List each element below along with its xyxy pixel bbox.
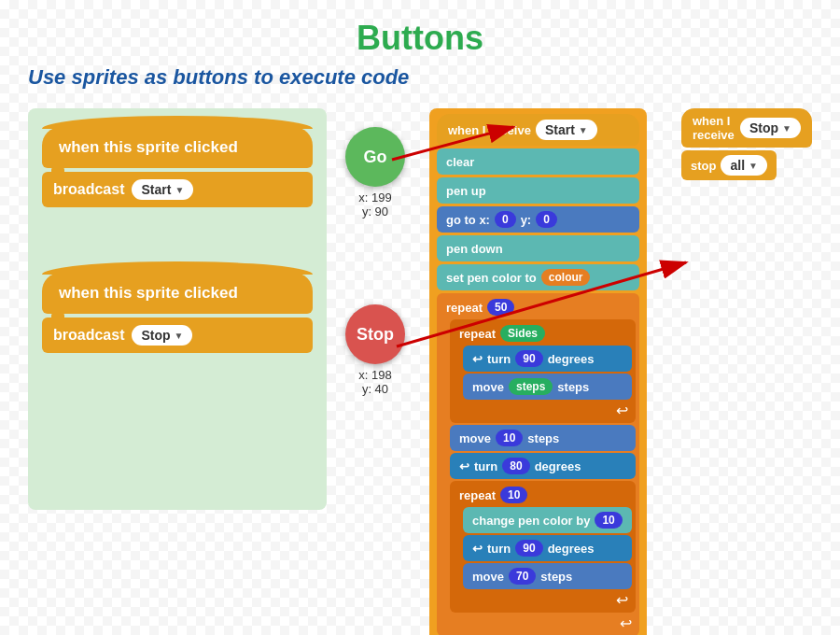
pen-up-block: pen up xyxy=(437,177,639,204)
change-pen-color-value: 10 xyxy=(595,512,622,529)
stop-block-group: when this sprite clicked broadcast Stop … xyxy=(42,273,313,353)
move-70-steps: steps xyxy=(540,570,572,584)
goto-y-label: y: xyxy=(521,213,532,227)
repeat-10-label: repeat 10 xyxy=(454,485,632,505)
move-10-block: move 10 steps xyxy=(450,425,636,451)
stop-sprite-circle[interactable]: Stop xyxy=(345,304,405,364)
turn-icon3: ↩ xyxy=(472,542,483,556)
move-steps-label2: steps xyxy=(557,380,589,394)
receive-stop-hat: when I receive Stop ▼ xyxy=(681,108,812,148)
code-blocks-panel: when I receive Start ▼ clear pen up go t… xyxy=(429,108,647,635)
move-70-value: 70 xyxy=(509,568,536,585)
page-subtitle: Use sprites as buttons to execute code xyxy=(28,65,812,90)
go-sprite-coords: x: 199y: 90 xyxy=(358,190,391,219)
page-title: Buttons xyxy=(28,19,812,58)
repeat-50-wrapper: repeat 50 repeat Sides ↩ xyxy=(437,293,639,635)
pen-color-value: colour xyxy=(541,269,591,286)
move-70-label: move xyxy=(472,570,504,584)
go-block-group: when this sprite clicked broadcast Start… xyxy=(42,127,313,207)
turn-80-degrees: degrees xyxy=(535,459,581,473)
turn-90b-value: 90 xyxy=(515,540,542,557)
goto-x-value: 0 xyxy=(495,211,516,228)
clear-label: clear xyxy=(446,155,474,169)
turn-90b-label: turn xyxy=(487,542,511,556)
repeat-sides-wrapper: repeat Sides ↩ turn 90 degrees xyxy=(450,319,636,423)
repeat-10-wrapper: repeat 10 change pen color by 10 ↩ xyxy=(450,481,636,613)
receive-start-hat: when I receive Start ▼ xyxy=(437,114,639,146)
go-sprite-circle[interactable]: Go xyxy=(345,127,405,187)
stop-all-block: stop all ▼ xyxy=(681,150,777,180)
move-steps-label: move xyxy=(472,380,504,394)
left-panel: when this sprite clicked broadcast Start… xyxy=(28,108,327,510)
turn-90-degrees: degrees xyxy=(548,352,595,366)
pen-up-label: pen up xyxy=(446,184,486,198)
stop-broadcast-label: broadcast xyxy=(53,327,124,344)
go-sprite-label: Go xyxy=(364,148,387,167)
go-hat-block: when this sprite clicked xyxy=(42,127,313,168)
stop-all-label: stop xyxy=(691,159,716,173)
turn-80-value: 80 xyxy=(502,458,529,474)
stop-sprite-coords: x: 198y: 40 xyxy=(358,368,391,396)
stop-receive-area: when I receive Stop ▼ stop all ▼ xyxy=(681,108,812,180)
move-10-value: 10 xyxy=(496,430,523,446)
stop-all-value[interactable]: all ▼ xyxy=(721,155,766,176)
go-hat-label: when this sprite clicked xyxy=(59,138,238,157)
turn-90b-degrees: degrees xyxy=(548,542,595,556)
receive-stop-value[interactable]: Stop ▼ xyxy=(740,118,801,138)
go-dropdown-arrow: ▼ xyxy=(175,185,184,195)
repeat-10-value: 10 xyxy=(500,487,527,503)
repeat-sides-value: Sides xyxy=(500,325,545,342)
move-70-block: move 70 steps xyxy=(463,563,632,589)
stop-hat-label: when this sprite clicked xyxy=(59,284,238,303)
turn-80-label: turn xyxy=(474,459,497,473)
turn-90-value: 90 xyxy=(515,350,542,367)
turn-icon2: ↩ xyxy=(459,459,469,473)
pen-down-label: pen down xyxy=(446,242,503,256)
stop-sprite[interactable]: Stop x: 198y: 40 xyxy=(345,304,405,396)
stop-sprite-label: Stop xyxy=(357,325,394,345)
go-sprite[interactable]: Go x: 199y: 90 xyxy=(345,127,405,219)
receive-stop-label: when I receive xyxy=(693,114,735,142)
turn-icon: ↩ xyxy=(472,352,483,366)
pen-down-block: pen down xyxy=(437,235,639,261)
main-code-container: when I receive Start ▼ clear pen up go t… xyxy=(429,108,647,635)
go-broadcast-label: broadcast xyxy=(53,181,124,198)
goto-y-value: 0 xyxy=(536,211,557,228)
go-broadcast-value[interactable]: Start ▼ xyxy=(132,179,193,200)
change-pen-color-block: change pen color by 10 xyxy=(463,507,632,533)
move-10-label: move xyxy=(459,431,491,445)
stop-dropdown-arrow: ▼ xyxy=(175,331,184,341)
stop-broadcast-value[interactable]: Stop ▼ xyxy=(132,325,192,346)
move-steps-block: move steps steps xyxy=(463,374,632,400)
turn-90-label: turn xyxy=(487,352,511,366)
move-steps-value: steps xyxy=(509,378,553,395)
set-pen-color-label: set pen color to xyxy=(446,271,537,285)
stop-broadcast-block: broadcast Stop ▼ xyxy=(42,318,313,353)
turn-80-block: ↩ turn 80 degrees xyxy=(450,453,636,479)
goto-block: go to x: 0 y: 0 xyxy=(437,206,639,233)
repeat-50-value: 50 xyxy=(487,299,514,316)
clear-block: clear xyxy=(437,148,639,175)
repeat-50-label: repeat 50 xyxy=(441,297,636,318)
turn-90b-block: ↩ turn 90 degrees xyxy=(463,535,632,561)
turn-90-block: ↩ turn 90 degrees xyxy=(463,346,632,372)
set-pen-color-block: set pen color to colour xyxy=(437,264,639,290)
change-pen-color-label: change pen color by xyxy=(472,514,590,528)
repeat-sides-label: repeat Sides xyxy=(454,323,632,344)
receive-start-label: when I receive xyxy=(448,123,531,137)
goto-label: go to x: xyxy=(446,213,490,227)
go-broadcast-block: broadcast Start ▼ xyxy=(42,172,313,207)
stop-hat-block: when this sprite clicked xyxy=(42,273,313,314)
move-10-steps: steps xyxy=(527,431,559,445)
receive-start-value[interactable]: Start ▼ xyxy=(536,120,597,140)
